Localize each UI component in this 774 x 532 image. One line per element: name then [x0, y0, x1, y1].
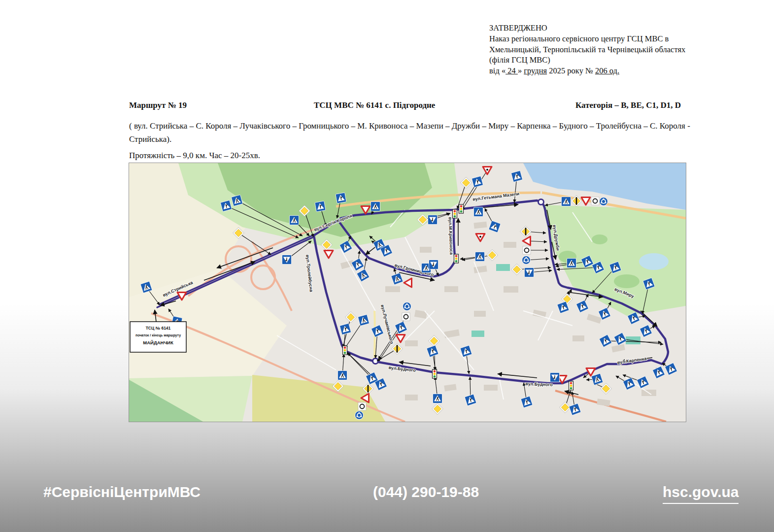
approved-block: ЗАТВЕРДЖЕНО Наказ регіонального сервісно… — [489, 23, 721, 76]
route-stats: Протяжність – 9,0 км. Час – 20-25хв. — [129, 151, 260, 161]
footer-phone[interactable]: (044) 290-19-88 — [373, 484, 479, 500]
sign-pedestrian-crossing — [474, 207, 483, 217]
service-center-title: ТСЦ МВС № 6141 с. Підгородне — [314, 100, 435, 110]
start-box-line: ТСЦ № 6141 — [146, 326, 171, 331]
start-box-line: початок / кінець маршруту — [135, 333, 181, 337]
footer-hashtag: #СервісніЦентриМВС — [43, 484, 201, 500]
sign-roundabout — [403, 302, 411, 311]
start-label-box: ТСЦ № 6141початок / кінець маршрутуМАЙДА… — [130, 322, 186, 352]
traffic-light-icon — [459, 204, 464, 213]
route-map-canvas: вул.Стрийськавул.Сергія Королявул.Тролей… — [129, 163, 686, 422]
sign-junction — [315, 201, 326, 212]
route-map[interactable]: вул.Стрийськавул.Сергія Королявул.Тролей… — [129, 163, 686, 422]
date-day: 24 — [505, 66, 518, 75]
sign-roundabout — [600, 198, 608, 206]
route-description: ( вул. Стрийська – С. Короля – Лучаківсь… — [129, 119, 693, 146]
sign-white-circle — [591, 197, 599, 205]
sign-roundabout — [355, 411, 364, 420]
order-number: 206 од. — [595, 66, 619, 75]
sign-pedestrian-crossing — [562, 197, 571, 206]
traffic-light-icon — [433, 369, 437, 378]
sign-pedestrian-crossing — [567, 259, 576, 268]
sign-pedestrian-crossing — [433, 394, 442, 403]
approved-title: ЗАТВЕРДЖЕНО — [489, 23, 721, 33]
sign-pedestrian-crossing — [290, 216, 299, 225]
sign-pedestrian-crossing — [371, 202, 380, 211]
street-label: вул.Будного — [525, 381, 553, 387]
roundabout-mazepy-corner — [538, 200, 544, 205]
traffic-light-icon — [454, 254, 459, 263]
date-month: грудня — [524, 66, 547, 75]
sign-junction — [336, 193, 346, 203]
traffic-light-icon — [343, 346, 347, 355]
traffic-light-icon — [453, 209, 457, 218]
approved-line: Наказ регіонального сервісного центру ГС… — [489, 33, 721, 44]
sign-minor-road-junction — [525, 268, 534, 277]
start-box-line: МАЙДАНЧИК — [143, 340, 173, 345]
category-label: Категорія – В, ВЕ, С1, D1, D — [575, 100, 681, 110]
sign-white-circle — [358, 402, 366, 410]
route-number: Маршрут № 19 — [129, 100, 187, 110]
approved-line: Хмельницькій, Тернопільській та Чернівец… — [489, 44, 721, 55]
sign-minor-road-junction — [550, 373, 560, 382]
sign-white-circle — [523, 246, 531, 254]
approved-date-line: від « 24 » грудня 2025 року № 206 од. — [489, 66, 721, 76]
sign-pedestrian-crossing — [475, 252, 485, 262]
sign-minor-road-junction — [429, 260, 438, 269]
sign-roundabout — [522, 256, 531, 265]
sign-pedestrian-crossing — [338, 371, 347, 380]
traffic-light-icon — [569, 381, 573, 390]
sign-minor-road-junction — [428, 215, 437, 225]
sign-minor-road-junction — [282, 255, 292, 265]
sign-white-circle — [402, 313, 410, 321]
approved-line: (філія ГСЦ МВС) — [489, 55, 721, 66]
footer-site-link[interactable]: hsc.gov.ua — [663, 484, 739, 504]
